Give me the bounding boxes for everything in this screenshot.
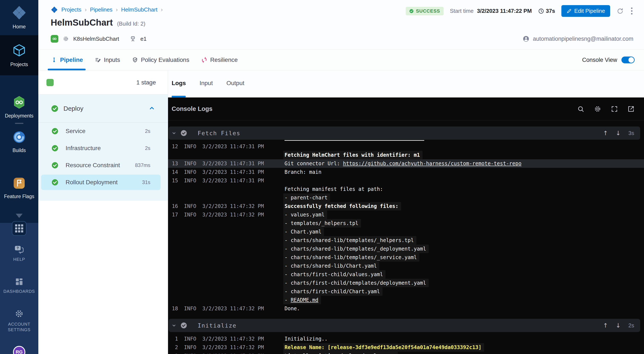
log-line-number: 18	[168, 304, 178, 313]
log-row[interactable]: - charts/shared-lib/templates/_helpers.t…	[168, 236, 644, 245]
step-resource-constraint[interactable]: Resource Constraint837ms	[38, 157, 168, 174]
chevron-down-icon[interactable]	[171, 130, 177, 136]
log-row[interactable]: - charts/shared-lib/Chart.yaml	[168, 262, 644, 270]
log-message: - charts/first-child/Chart.yaml	[283, 287, 382, 296]
stage-status-square[interactable]	[46, 79, 54, 86]
pencil-icon	[566, 9, 572, 14]
log-tab-logs[interactable]: Logs	[172, 80, 186, 87]
log-section-header-initialize[interactable]: Initialize↑↓2s	[169, 319, 640, 332]
log-timestamp	[202, 262, 279, 270]
log-row[interactable]: - charts/shared-lib/templates/_service.y…	[168, 253, 644, 262]
scroll-top-icon[interactable]: ↑	[603, 322, 608, 329]
step-infrastructure[interactable]: Infrastructure2s	[38, 140, 168, 157]
clipped-link-underline	[284, 140, 424, 141]
success-check-icon	[52, 179, 58, 186]
sidebar-item-account-settings[interactable]: ACCOUNT SETTINGS	[0, 309, 38, 332]
log-row[interactable]: 17INFO3/2/2023 11:47:32 PM- values.yaml	[168, 211, 644, 219]
log-row[interactable]: - charts/first-child/templates/deploymen…	[168, 279, 644, 287]
log-row[interactable]: - templates/_helpers.tpl	[168, 219, 644, 228]
log-line-number	[168, 270, 178, 279]
log-settings-gear-icon[interactable]	[594, 105, 602, 113]
refresh-icon[interactable]	[616, 8, 624, 15]
log-level	[184, 253, 199, 262]
log-level: INFO	[184, 202, 199, 211]
log-level	[184, 270, 199, 279]
step-label: Service	[66, 128, 86, 134]
tab-resilience[interactable]: Resilience	[201, 57, 238, 63]
log-row[interactable]: - charts/shared-lib/templates/_deploymen…	[168, 245, 644, 253]
scroll-bottom-icon[interactable]: ↓	[616, 322, 620, 329]
scroll-bottom-icon[interactable]: ↓	[616, 130, 620, 137]
scroll-top-icon[interactable]: ↑	[603, 130, 608, 137]
sidebar-item-home[interactable]: Home	[0, 5, 38, 30]
resilience-icon	[201, 57, 207, 63]
tab-inputs[interactable]: Inputs	[95, 57, 120, 63]
sidebar-item-feature-flags[interactable]: Feature Flags	[0, 176, 38, 199]
step-rollout-deployment[interactable]: Rollout Deployment31s	[41, 175, 160, 190]
sidebar-item-help[interactable]: ? HELP	[0, 245, 38, 262]
more-options-icon[interactable]	[630, 7, 633, 15]
log-message: Fetching manifest files at path:	[284, 185, 383, 194]
log-section-header-fetch-files[interactable]: Fetch Files↑↓3s	[169, 126, 640, 140]
log-timestamp: 3/2/2023 11:47:32 PM	[202, 202, 279, 211]
stage-count: 1 stage	[136, 70, 156, 94]
log-link[interactable]: README.md	[291, 297, 318, 303]
log-row[interactable]: 1INFO3/2/2023 11:47:32 PMInitializing..	[168, 334, 644, 343]
section-duration: 3s	[628, 130, 634, 136]
chevron-down-icon[interactable]	[16, 214, 22, 218]
console-view-toggle[interactable]	[622, 57, 635, 63]
success-check-icon	[52, 162, 58, 169]
tab-policy-evaluations[interactable]: Policy Evaluations	[132, 57, 189, 63]
log-message: Initializing..	[284, 334, 328, 343]
tab-pipeline[interactable]: Pipeline	[51, 57, 83, 63]
log-row[interactable]: Fetching HelmChart files with identifier…	[168, 151, 644, 159]
log-link[interactable]: https://github.com/achyuth-harness/custo…	[343, 160, 522, 166]
log-row[interactable]: - parent-chart	[168, 194, 644, 202]
breadcrumb-projects[interactable]: Projects	[61, 7, 81, 13]
log-tab-input[interactable]: Input	[200, 80, 213, 87]
log-row[interactable]: 15INFO3/2/2023 11:47:31 PM	[168, 176, 644, 185]
log-row[interactable]: - charts/first-child/Chart.yaml	[168, 287, 644, 296]
log-message: Successfully fetched following files:	[283, 202, 401, 211]
log-line-number: 2	[168, 343, 178, 352]
log-row[interactable]: - README.md	[168, 296, 644, 304]
fullscreen-icon[interactable]	[611, 105, 618, 113]
log-row[interactable]: 16INFO3/2/2023 11:47:32 PMSuccessfully f…	[168, 202, 644, 211]
sidebar-item-dashboards[interactable]: DASHBOARDS	[0, 278, 38, 294]
edit-pipeline-button[interactable]: Edit Pipeline	[561, 5, 610, 17]
log-line-number	[168, 219, 178, 228]
sidebar-item-projects[interactable]: Projects	[0, 35, 38, 75]
log-level	[184, 219, 199, 228]
log-row[interactable]: 2INFO3/2/2023 11:47:32 PMRelease Name: […	[168, 343, 644, 352]
module-picker-button[interactable]	[12, 221, 26, 236]
chevron-down-icon[interactable]	[171, 323, 177, 328]
log-rows: 1INFO3/2/2023 11:47:32 PMInitializing..2…	[168, 334, 644, 354]
step-label: Resource Constraint	[66, 162, 120, 169]
log-level: INFO	[184, 159, 199, 168]
sidebar-item-builds[interactable]: Builds	[0, 130, 38, 153]
open-external-icon[interactable]	[628, 105, 635, 113]
log-row[interactable]: - Chart.yaml	[168, 228, 644, 236]
service-tag[interactable]: K8sHelmSubChart	[73, 36, 119, 42]
log-tab-output[interactable]: Output	[226, 80, 244, 87]
log-row[interactable]: Fetching manifest files at path:	[168, 185, 644, 194]
sidebar-item-deployments[interactable]: Deployments	[0, 96, 38, 119]
breadcrumb-pipelines[interactable]: Pipelines	[90, 7, 113, 13]
stage-deploy-header[interactable]: Deploy	[38, 94, 168, 122]
start-time-value: 3/2/2023 11:47:22 PM	[477, 8, 532, 14]
log-row[interactable]: 18INFO3/2/2023 11:47:32 PMDone.	[168, 304, 644, 313]
chevron-up-icon[interactable]	[149, 105, 155, 112]
step-service[interactable]: Service2s	[38, 123, 168, 140]
log-row[interactable]: 13INFO3/2/2023 11:47:31 PMGit connector …	[168, 159, 644, 168]
log-message: - Chart.yaml	[283, 228, 324, 236]
sidebar-item-label: Projects	[10, 62, 28, 67]
build-id-label: (Build Id: 2)	[117, 21, 146, 27]
log-row[interactable]: 14INFO3/2/2023 11:47:31 PMBranch: main	[168, 168, 644, 176]
environment-tag[interactable]: e1	[140, 36, 146, 42]
ci-module-icon	[12, 130, 26, 145]
search-icon[interactable]	[577, 105, 584, 113]
log-row[interactable]: 12INFO3/2/2023 11:47:31 PM	[168, 142, 644, 151]
breadcrumb-pipeline-name[interactable]: HelmSubChart	[121, 7, 158, 13]
log-row[interactable]: 3INFO3/2/2023 11:47:32 PMList all existi…	[168, 352, 644, 354]
log-row[interactable]: - charts/first-child/values.yaml	[168, 270, 644, 279]
